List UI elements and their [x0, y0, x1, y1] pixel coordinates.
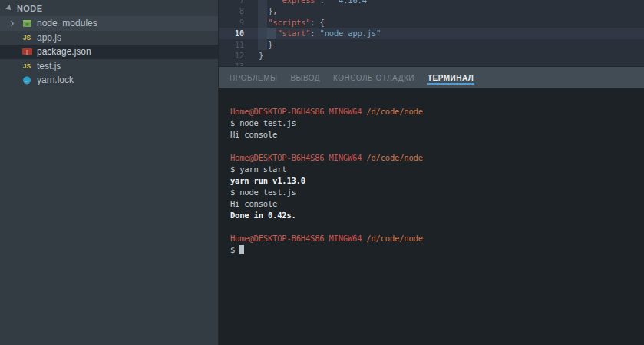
- terminal-prompt-line: Home@DESKTOP-B6H4S86MINGW64/d/code/node: [230, 152, 644, 164]
- sidebar-item-yarn-lock[interactable]: yarn.lock: [0, 73, 218, 88]
- explorer-section-header[interactable]: NODE: [0, 0, 218, 16]
- terminal-line: Hi console: [230, 198, 644, 210]
- file-label: app.js: [37, 32, 61, 43]
- editor-line-current: 10 "start": "node app.js": [219, 28, 644, 38]
- js-file-icon: JS: [21, 34, 33, 41]
- terminal-line: $ node test.js: [230, 187, 644, 198]
- file-label: node_modules: [37, 18, 97, 28]
- line-number: 8: [219, 6, 244, 17]
- explorer-sidebar: NODE node_modules JS app.js package.json: [0, 0, 219, 345]
- line-number: 13: [219, 61, 244, 66]
- panel-tab-bar: ПРОБЛЕМЫ ВЫВОД КОНСОЛЬ ОТЛАДКИ ТЕРМИНАЛ: [219, 66, 644, 88]
- npm-icon: [21, 48, 33, 55]
- file-label: package.json: [37, 46, 91, 57]
- explorer-section-title: NODE: [17, 4, 42, 13]
- terminal-line: $ yarn start: [230, 164, 644, 175]
- prompt-user-host: Home@DESKTOP-B6H4S86: [230, 153, 324, 162]
- terminal-line: Done in 0.42s.: [230, 210, 644, 221]
- sidebar-item-node-modules[interactable]: node_modules: [0, 16, 218, 31]
- editor-line: 8 },: [219, 5, 644, 16]
- prompt-path: /d/code/node: [366, 234, 422, 243]
- terminal-blank-line: [230, 141, 644, 152]
- tab-output[interactable]: ВЫВОД: [289, 71, 321, 85]
- editor-line: 7 "express": "^4.16.4": [219, 0, 644, 5]
- tab-problems[interactable]: ПРОБЛЕМЫ: [229, 71, 278, 85]
- indent-guide-level1: [258, 0, 267, 50]
- terminal-prompt-line: Home@DESKTOP-B6H4S86MINGW64/d/code/node: [230, 233, 644, 244]
- node-modules-folder-icon: [21, 18, 33, 28]
- prompt-dollar: $: [230, 245, 235, 254]
- terminal-line: $ node test.js: [230, 118, 644, 129]
- tab-debug-console[interactable]: КОНСОЛЬ ОТЛАДКИ: [332, 71, 415, 85]
- vscode-window: NODE node_modules JS app.js package.json: [0, 0, 644, 345]
- terminal-panel[interactable]: Home@DESKTOP-B6H4S86MINGW64/d/code/node …: [219, 88, 644, 345]
- tab-terminal[interactable]: ТЕРМИНАЛ: [427, 71, 474, 85]
- editor-and-panel: 7 "express": "^4.16.4" 8 }, 9 "scripts":…: [219, 0, 644, 345]
- line-number: 10: [219, 28, 244, 39]
- prompt-env: MINGW64: [329, 234, 362, 243]
- prompt-path: /d/code/node: [366, 153, 422, 162]
- file-label: yarn.lock: [37, 75, 74, 85]
- line-number: 9: [219, 18, 244, 28]
- prompt-path: /d/code/node: [366, 107, 422, 116]
- terminal-line: yarn run v1.13.0: [230, 175, 644, 187]
- prompt-user-host: Home@DESKTOP-B6H4S86: [230, 234, 324, 243]
- terminal-prompt-line: Home@DESKTOP-B6H4S86MINGW64/d/code/node: [230, 106, 644, 118]
- editor-line: 11 }: [219, 39, 644, 50]
- code-editor[interactable]: 7 "express": "^4.16.4" 8 }, 9 "scripts":…: [219, 0, 644, 66]
- prompt-env: MINGW64: [329, 107, 362, 116]
- folder-chevron-icon: [9, 22, 21, 25]
- yarn-icon: [21, 75, 33, 85]
- file-label: test.js: [37, 61, 61, 71]
- editor-line: 13: [219, 61, 644, 66]
- sidebar-item-package-json[interactable]: package.json: [0, 45, 218, 59]
- line-number: 12: [219, 51, 244, 61]
- section-expand-twistie-icon: [5, 5, 13, 12]
- sidebar-item-test-js[interactable]: JS test.js: [0, 59, 218, 74]
- editor-line: 12}: [219, 50, 644, 61]
- terminal-line: Hi console: [230, 129, 644, 141]
- prompt-user-host: Home@DESKTOP-B6H4S86: [230, 107, 324, 116]
- terminal-input-line[interactable]: $: [230, 244, 644, 256]
- sidebar-item-app-js[interactable]: JS app.js: [0, 31, 218, 45]
- prompt-env: MINGW64: [329, 153, 362, 162]
- editor-line: 9 "scripts": {: [219, 17, 644, 28]
- line-number: 11: [219, 40, 244, 51]
- terminal-blank-line: [230, 221, 644, 233]
- js-file-icon: JS: [21, 62, 33, 70]
- terminal-cursor: [239, 245, 244, 254]
- indent-guide-level2-active: [267, 28, 276, 38]
